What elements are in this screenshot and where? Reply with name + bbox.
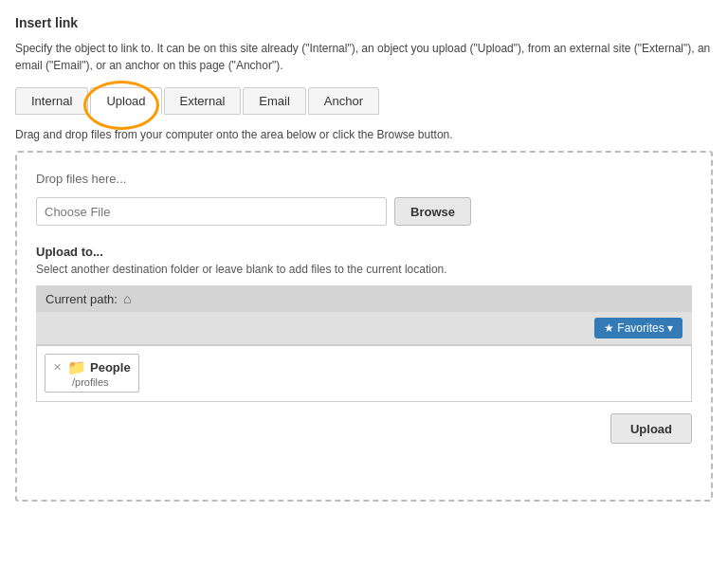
folder-item[interactable]: ✕ 📁 People /profiles [45, 354, 139, 393]
upload-to-title: Upload to... [36, 245, 692, 259]
folder-icon: 📁 [67, 358, 86, 376]
choose-file-input[interactable] [36, 197, 387, 226]
tab-anchor[interactable]: Anchor [308, 87, 379, 115]
dialog-title: Insert link [15, 15, 713, 30]
tab-bar: Internal Upload External Email Anchor [15, 87, 713, 115]
tab-upload[interactable]: Upload [90, 87, 161, 115]
folder-close-icon[interactable]: ✕ [53, 361, 62, 374]
folder-area: ✕ 📁 People /profiles [36, 345, 692, 402]
file-row: Browse [36, 197, 692, 226]
drop-label: Drop files here... [36, 172, 692, 186]
upload-drop-area: Drop files here... Browse Upload to... S… [15, 151, 713, 502]
browse-button[interactable]: Browse [394, 197, 471, 226]
upload-btn-row: Upload [36, 413, 692, 444]
folder-path: /profiles [72, 376, 109, 388]
favorites-bar: ★ Favorites ▾ [36, 312, 692, 345]
upload-to-desc: Select another destination folder or lea… [36, 263, 692, 276]
tab-internal[interactable]: Internal [15, 87, 88, 115]
tab-upload-label: Upload [106, 94, 145, 108]
tab-email[interactable]: Email [243, 87, 306, 115]
upload-button[interactable]: Upload [610, 413, 692, 444]
tab-external[interactable]: External [164, 87, 242, 115]
folder-name: People [90, 360, 131, 375]
dialog-description: Specify the object to link to. It can be… [15, 40, 713, 74]
upload-to-section: Upload to... Select another destination … [36, 245, 692, 402]
favorites-button[interactable]: ★ Favorites ▾ [594, 318, 682, 338]
current-path-label: Current path: [46, 292, 118, 306]
insert-link-dialog: Insert link Specify the object to link t… [0, 0, 728, 567]
folder-item-header: ✕ 📁 People [53, 358, 131, 376]
home-icon[interactable]: ⌂ [123, 291, 131, 306]
drag-instruction: Drag and drop files from your computer o… [15, 128, 713, 141]
current-path-bar: Current path: ⌂ [36, 285, 692, 312]
